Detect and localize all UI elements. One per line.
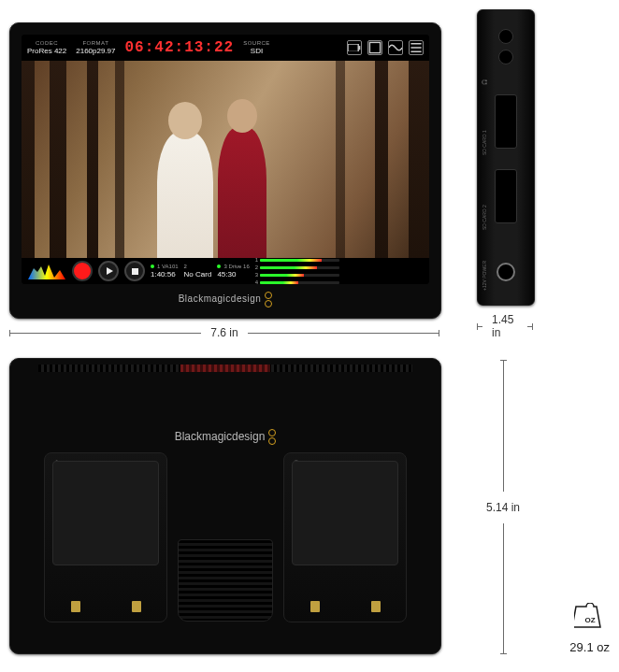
timecode[interactable]: 06:42:13:22 [125, 39, 235, 56]
device-side-view: 🎧 SD CARD 1 SD CARD 2 +12V POWER [477, 9, 535, 306]
fan-grille [178, 539, 273, 622]
battery-plate-2: 2 [283, 452, 407, 622]
battery-plate-1: 1 [44, 452, 167, 622]
sd-card-slot-1 [495, 94, 517, 149]
status-bar-top: CODEC ProRes 422 FORMAT 2160p29.97 06:42… [22, 35, 429, 61]
record-button[interactable] [72, 261, 93, 281]
device-front-view: HDR I2G SDI CODEC ProRes 422 FORMAT 2160… [9, 22, 441, 319]
audio-meters[interactable]: 1 2 3 4 [255, 257, 339, 284]
stop-button[interactable] [124, 261, 145, 281]
audio-jack [498, 50, 513, 64]
svg-rect-2 [369, 42, 380, 52]
height-dimension: 5.14 in [486, 360, 520, 654]
weight-value: 29.1 oz [569, 640, 610, 654]
status-bar-bottom: 1 VA101 1:40:56 2 No Card 3 Drive 16 45:… [22, 258, 429, 284]
sd1-label: SD CARD 1 [482, 130, 487, 155]
svg-rect-1 [358, 46, 360, 50]
video-preview[interactable] [22, 61, 429, 258]
source-readout[interactable]: SOURCE SDI [243, 40, 270, 55]
histogram-icon[interactable] [27, 263, 66, 279]
headphone-label: 🎧 [482, 79, 487, 85]
power-label: +12V POWER [482, 261, 487, 291]
play-button[interactable] [98, 261, 119, 281]
weight-icon: OZ [574, 603, 606, 635]
menu-icon[interactable] [409, 40, 424, 55]
svg-text:OZ: OZ [584, 616, 595, 624]
top-vents [38, 365, 412, 372]
format-readout[interactable]: FORMAT 2160p29.97 [76, 40, 115, 55]
sd2-label: SD CARD 2 [482, 205, 487, 230]
scopes-icon[interactable] [388, 40, 403, 55]
width-dimension: 7.6 in [9, 326, 439, 339]
drive-3-status[interactable]: 3 Drive 16 45:30 [217, 264, 249, 279]
screen[interactable]: CODEC ProRes 422 FORMAT 2160p29.97 06:42… [22, 35, 429, 284]
sd-card-slot-2 [495, 169, 517, 223]
lut-icon[interactable] [367, 40, 382, 55]
svg-rect-0 [348, 44, 358, 51]
weight-spec: OZ 29.1 oz [569, 603, 610, 654]
codec-readout[interactable]: CODEC ProRes 422 [27, 40, 66, 55]
power-port [497, 263, 515, 281]
battery-icon[interactable] [347, 40, 362, 55]
brand-logo: Blackmagicdesign [10, 291, 440, 308]
drive-1-status[interactable]: 1 VA101 1:40:56 [151, 264, 179, 279]
headphone-jack [498, 29, 513, 44]
brand-logo-rear: Blackmagicdesign [10, 428, 440, 446]
depth-dimension: 1.45 in [477, 313, 533, 339]
device-rear-view: Blackmagicdesign 1 2 [9, 358, 441, 654]
drive-2-status[interactable]: 2 No Card [184, 264, 212, 279]
